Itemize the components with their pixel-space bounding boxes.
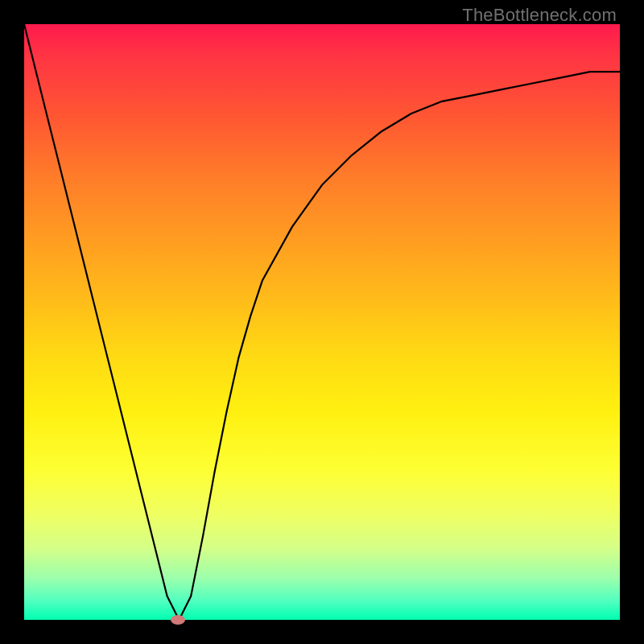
curve-svg xyxy=(24,24,620,620)
plot-area xyxy=(24,24,620,620)
watermark-text: TheBottleneck.com xyxy=(462,5,617,26)
bottleneck-curve-line xyxy=(24,24,620,620)
optimum-marker-icon xyxy=(171,615,185,625)
chart-frame: TheBottleneck.com xyxy=(0,0,644,644)
